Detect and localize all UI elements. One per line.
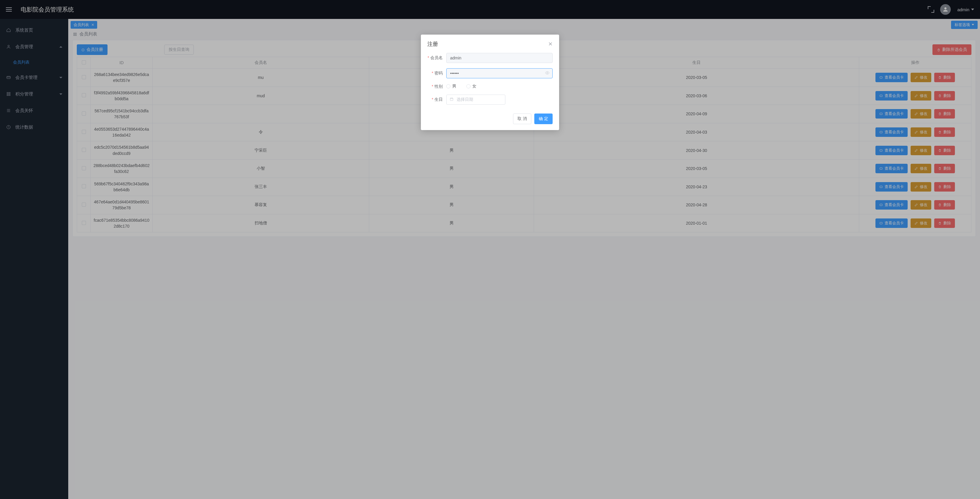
password-input[interactable]	[446, 68, 553, 78]
svg-point-21	[547, 72, 548, 73]
radio-label: 女	[472, 84, 476, 89]
field-label: 会员名	[430, 55, 443, 60]
eye-icon[interactable]	[545, 71, 550, 76]
gender-male-radio[interactable]: 男	[446, 84, 456, 89]
field-label: 密码	[434, 71, 443, 75]
cancel-button[interactable]: 取 消	[513, 113, 531, 124]
button-label: 确 定	[539, 116, 548, 121]
radio-label: 男	[452, 84, 456, 89]
field-label: 性别	[434, 84, 443, 89]
field-label: 生日	[434, 97, 443, 102]
birthday-date-input[interactable]: 选择日期	[446, 95, 505, 105]
calendar-icon	[450, 97, 454, 102]
member-name-input[interactable]	[446, 53, 553, 63]
gender-female-radio[interactable]: 女	[466, 84, 476, 89]
register-modal: 注册 ✕ *会员名 *密码 *性别 男 女 *生日	[421, 35, 559, 130]
modal-title: 注册	[427, 40, 548, 48]
svg-rect-22	[450, 98, 453, 100]
placeholder-text: 选择日期	[457, 97, 473, 102]
confirm-button[interactable]: 确 定	[534, 113, 553, 124]
button-label: 取 消	[517, 116, 527, 121]
close-icon[interactable]: ✕	[548, 41, 553, 47]
